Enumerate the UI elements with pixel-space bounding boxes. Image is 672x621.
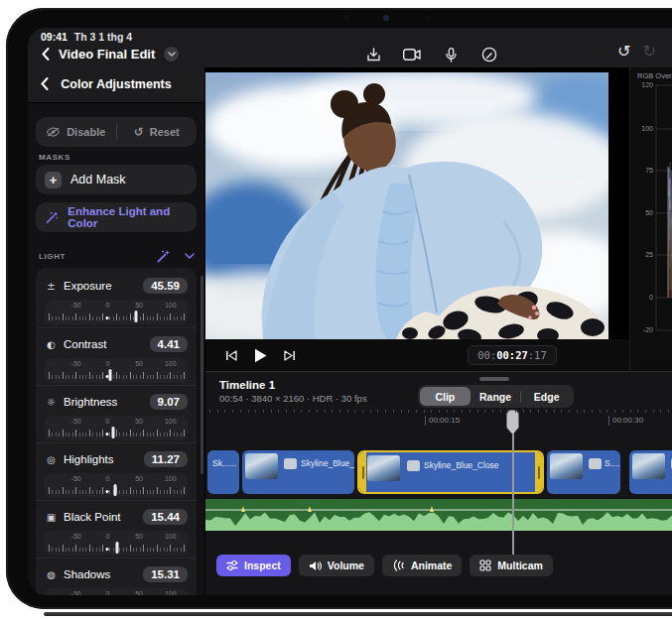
slider-handle[interactable] bbox=[116, 542, 119, 554]
segment-range[interactable]: Range bbox=[470, 387, 521, 406]
contrast-icon: ◐ bbox=[45, 339, 58, 350]
trim-handle-left[interactable] bbox=[359, 452, 366, 492]
scale-label: 100 bbox=[165, 360, 177, 367]
reset-icon: ↺ bbox=[134, 126, 144, 138]
volume-button[interactable]: Volume bbox=[299, 555, 374, 576]
param-slider-track[interactable]: -50050100 bbox=[45, 300, 188, 324]
segment-clip[interactable]: Clip bbox=[420, 387, 470, 406]
scale-label: 0 bbox=[105, 302, 109, 309]
param-value[interactable]: 15.44 bbox=[143, 509, 188, 525]
light-label: LIGHT bbox=[39, 252, 66, 261]
audio-track[interactable] bbox=[205, 499, 672, 531]
playhead-line[interactable] bbox=[512, 434, 514, 555]
param-slider-track[interactable]: -50050100 bbox=[45, 473, 188, 498]
scale-label: 0 bbox=[105, 418, 109, 425]
timeline-drag-handle[interactable] bbox=[479, 377, 509, 381]
project-menu-chevron-icon[interactable] bbox=[164, 47, 179, 62]
timeline-ruler[interactable]: 00:00:15 00:00:30 bbox=[205, 408, 672, 447]
param-value[interactable]: 11.27 bbox=[144, 451, 188, 467]
reset-label: Reset bbox=[150, 126, 180, 138]
inspect-button[interactable]: Inspect bbox=[216, 555, 291, 576]
param-slider-track[interactable]: -50050100 bbox=[45, 588, 188, 595]
add-mask-label: Add Mask bbox=[70, 173, 126, 186]
pencil-tool-icon[interactable] bbox=[479, 45, 499, 64]
slider-handle[interactable] bbox=[113, 484, 116, 496]
timecode-main: 00:27 bbox=[496, 349, 528, 361]
previous-frame-icon[interactable] bbox=[225, 350, 237, 361]
multicam-label: Multicam bbox=[497, 559, 543, 571]
clip-selected[interactable]: Skyline_Blue_Close bbox=[357, 450, 544, 494]
slider-origin-dot bbox=[106, 548, 109, 551]
masks-section-label: MASKS bbox=[39, 153, 70, 162]
inspect-label: Inspect bbox=[244, 559, 281, 571]
scale-label: -50 bbox=[71, 302, 81, 309]
camera-icon[interactable] bbox=[402, 45, 422, 64]
scale-label: 100 bbox=[165, 533, 177, 540]
viewer: 00:00:27:17 bbox=[205, 67, 629, 371]
chevron-down-icon bbox=[185, 253, 195, 259]
scale-label: -50 bbox=[71, 533, 81, 540]
play-icon[interactable] bbox=[254, 348, 267, 363]
import-icon[interactable] bbox=[363, 45, 383, 64]
timeline-info: 00:54 · 3840 × 2160 · HDR · 30 fps bbox=[219, 393, 367, 404]
sensor-dot bbox=[343, 15, 349, 21]
multicam-button[interactable]: Multicam bbox=[470, 555, 553, 576]
param-slider-track[interactable]: -50050100 bbox=[45, 531, 188, 556]
light-section-header[interactable]: LIGHT bbox=[39, 248, 195, 264]
trim-handle-right[interactable] bbox=[535, 452, 542, 492]
disable-label: Disable bbox=[67, 126, 105, 138]
clip[interactable]: Skyline_Blue_Wide bbox=[242, 450, 354, 494]
param-value[interactable]: 4.41 bbox=[150, 336, 188, 352]
sidebar-scrollbar[interactable] bbox=[201, 276, 203, 474]
disable-button[interactable]: Disable bbox=[36, 126, 116, 138]
scale-label: 50 bbox=[135, 302, 143, 309]
timecode-display[interactable]: 00:00:27:17 bbox=[468, 345, 557, 365]
segment-edge[interactable]: Edge bbox=[521, 387, 572, 406]
param-value[interactable]: 9.07 bbox=[150, 394, 188, 410]
slider-handle[interactable] bbox=[112, 427, 115, 438]
param-value[interactable]: 15.31 bbox=[143, 566, 188, 582]
scope-tick: 25 bbox=[633, 251, 653, 258]
status-date: Th 3 1 thg 4 bbox=[74, 31, 132, 43]
slider-brightness[interactable]: ☼Brightness9.07-50050100 bbox=[36, 385, 197, 442]
param-label: Exposure bbox=[64, 280, 137, 292]
param-slider-track[interactable]: -50050100 bbox=[45, 416, 188, 440]
timecode-frames: :17 bbox=[528, 349, 547, 361]
project-title[interactable]: Video Final Edit bbox=[59, 47, 155, 62]
scale-label: 100 bbox=[165, 475, 177, 482]
clip[interactable] bbox=[629, 450, 672, 494]
color-adjustments-panel: Color Adjustments Disable ↺ Reset MASKS bbox=[28, 67, 205, 595]
add-mask-button[interactable]: + Add Mask bbox=[36, 165, 197, 194]
clip[interactable]: S...... bbox=[547, 450, 620, 494]
scale-label: 100 bbox=[165, 418, 177, 425]
back-icon[interactable] bbox=[42, 48, 50, 61]
animate-button[interactable]: Animate bbox=[382, 555, 462, 576]
disable-reset-group: Disable ↺ Reset bbox=[36, 117, 197, 147]
transport-bar: 00:00:27:17 bbox=[205, 339, 629, 371]
slider-shadows[interactable]: ◍Shadows15.31-50050100 bbox=[36, 558, 197, 595]
param-slider-track[interactable]: -50050100 bbox=[45, 358, 188, 383]
playhead-handle[interactable] bbox=[506, 410, 519, 435]
undo-icon[interactable]: ↺ bbox=[617, 44, 630, 60]
plus-minus-icon: ± bbox=[45, 281, 58, 292]
clip-thumbnail bbox=[632, 453, 665, 479]
slider-black-point[interactable]: ▣Black Point15.44-50050100 bbox=[36, 500, 197, 558]
enhance-light-color-button[interactable]: Enhance Light and Color bbox=[36, 202, 197, 232]
photo-icon bbox=[284, 458, 297, 469]
slider-exposure[interactable]: ±Exposure45.59-50050100 bbox=[36, 270, 197, 327]
param-label: Highlights bbox=[64, 453, 138, 465]
reset-button[interactable]: ↺ Reset bbox=[117, 126, 198, 138]
slider-contrast[interactable]: ◐Contrast4.41-50050100 bbox=[36, 327, 197, 385]
param-label: Brightness bbox=[64, 396, 144, 408]
status-bar: 09:41Th 3 1 thg 4 bbox=[41, 31, 132, 43]
microphone-icon[interactable] bbox=[441, 45, 461, 64]
scope-tick: 100 bbox=[633, 125, 653, 132]
light-sliders-card: ±Exposure45.59-50050100◐Contrast4.41-500… bbox=[36, 268, 197, 595]
clip[interactable]: Sk...... bbox=[207, 450, 239, 494]
slider-highlights[interactable]: ◎Highlights11.27-50050100 bbox=[36, 442, 197, 500]
slider-handle[interactable] bbox=[135, 310, 138, 322]
next-frame-icon[interactable] bbox=[284, 350, 296, 361]
scale-label: -50 bbox=[71, 475, 81, 482]
param-value[interactable]: 45.59 bbox=[143, 278, 188, 294]
slider-handle[interactable] bbox=[109, 369, 112, 381]
